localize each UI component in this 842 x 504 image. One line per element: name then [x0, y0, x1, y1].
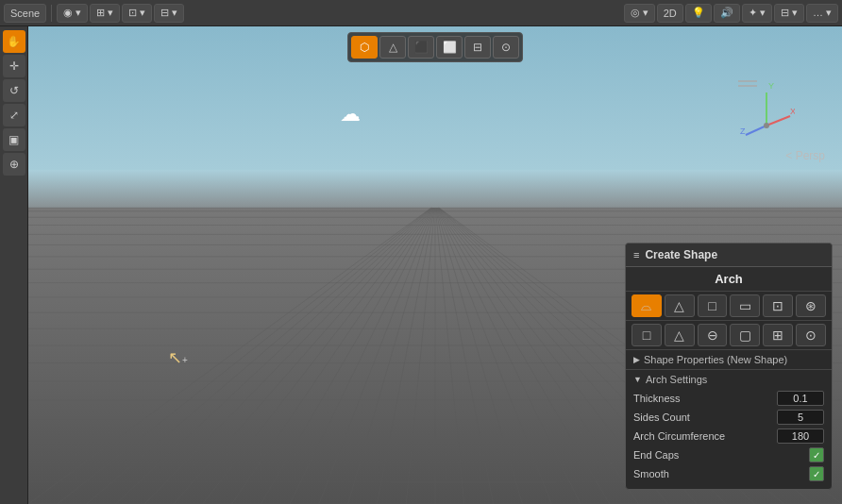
- sides-count-label: Sides Count: [633, 412, 690, 423]
- end-caps-row: End Caps ✓: [633, 445, 824, 464]
- arch-settings-arrow: ▼: [633, 375, 642, 384]
- layers-btn[interactable]: ⊟ ▾: [774, 4, 804, 23]
- custom-tool-btn[interactable]: ⊕: [3, 153, 25, 176]
- shape-properties-arrow: ▶: [633, 355, 640, 364]
- arch-title: Arch: [626, 267, 832, 292]
- view-toggle-btn[interactable]: ◉ ▾: [57, 4, 88, 23]
- shape-properties-label: Shape Properties (New Shape): [644, 354, 787, 365]
- arch-circumference-row: Arch Circumference: [633, 427, 824, 445]
- scene-viewport: ⬡ △ ⬛ ⬜ ⊟ ⊙ ☁ ↖+ Y X Z < Persp: [28, 26, 842, 504]
- rect-shape-btn[interactable]: □: [698, 294, 728, 317]
- sphere-btn[interactable]: ⊙: [493, 36, 519, 59]
- shape-icons-row2: □ △ ⊖ ▢ ⊞ ⊙: [626, 321, 832, 350]
- shape-properties-header[interactable]: ▶ Shape Properties (New Shape): [633, 354, 824, 365]
- triangle-shape-btn[interactable]: △: [665, 294, 695, 317]
- right-toolbar-section: ◎ ▾ 2D 💡 🔊 ✦ ▾ ⊟ ▾ … ▾: [624, 4, 838, 23]
- shape-properties-section: ▶ Shape Properties (New Shape): [626, 350, 832, 370]
- orientation-gizmo: Y X Z: [738, 74, 795, 140]
- arch-settings-header[interactable]: ▼ Arch Settings: [633, 374, 824, 385]
- move-tool-btn[interactable]: ✛: [3, 55, 25, 77]
- left-panel: ✋ ✛ ↺ ⤢ ▣ ⊕: [0, 26, 28, 504]
- smooth-row: Smooth ✓: [633, 464, 824, 483]
- divider1: [51, 5, 52, 22]
- circ-shape-btn[interactable]: ⊖: [698, 324, 728, 346]
- panel-header[interactable]: ≡ Create Shape: [626, 244, 832, 267]
- end-caps-label: End Caps: [633, 449, 679, 461]
- fx-btn[interactable]: ✦ ▾: [742, 4, 772, 23]
- transform-toggle-btn[interactable]: ⊡ ▾: [122, 4, 152, 23]
- svg-text:Z: Z: [740, 126, 746, 136]
- sides-count-row: Sides Count: [633, 408, 824, 427]
- audio-btn[interactable]: 🔊: [714, 4, 740, 23]
- left-toolbar-section: Scene ◉ ▾ ⊞ ▾ ⊡ ▾ ⊟ ▾: [4, 4, 184, 23]
- create-shape-panel: ≡ Create Shape Arch ⌓ △ □ ▭ ⊡ ⊛ □ △ ⊖ ▢ …: [625, 243, 833, 490]
- rect-tool-btn[interactable]: ▣: [3, 128, 25, 151]
- scene-top-bar: ⬡ △ ⬛ ⬜ ⊟ ⊙: [347, 32, 523, 62]
- end-caps-checkbox[interactable]: ✓: [809, 447, 824, 462]
- persp-label: < Persp: [785, 149, 825, 162]
- tri2-shape-btn[interactable]: △: [665, 324, 695, 346]
- thickness-input[interactable]: [777, 391, 824, 406]
- smooth-label: Smooth: [633, 468, 669, 479]
- display-mode-btn[interactable]: ◎ ▾: [624, 4, 655, 23]
- scale-tool-btn[interactable]: ⤢: [3, 104, 25, 126]
- hand-tool-btn[interactable]: ✋: [3, 30, 25, 53]
- panel-title: Create Shape: [645, 248, 717, 261]
- cube-solid-btn[interactable]: ⬛: [408, 36, 434, 59]
- 2d-scene-toggle-btn[interactable]: △: [379, 36, 406, 59]
- svg-line-6: [746, 126, 766, 135]
- 2d-btn[interactable]: 2D: [657, 4, 683, 23]
- arch-settings-section: ▼ Arch Settings Thickness Sides Count Ar…: [626, 370, 832, 489]
- arch-shape-btn[interactable]: ⌓: [632, 294, 662, 317]
- shape-icons-row1: ⌓ △ □ ▭ ⊡ ⊛: [626, 292, 832, 321]
- sides-count-input[interactable]: [777, 410, 824, 425]
- cube-parts-btn[interactable]: ⊟: [464, 36, 491, 59]
- svg-text:Y: Y: [768, 81, 774, 91]
- more-btn[interactable]: … ▾: [806, 4, 838, 23]
- svg-text:X: X: [790, 107, 795, 116]
- arch-circumference-input[interactable]: [777, 428, 824, 444]
- scene-label-btn[interactable]: Scene: [4, 4, 46, 23]
- top-toolbar: Scene ◉ ▾ ⊞ ▾ ⊡ ▾ ⊟ ▾ ◎ ▾ 2D 💡 🔊 ✦ ▾ ⊟ ▾…: [0, 0, 842, 26]
- panel-header-icon: ≡: [633, 249, 639, 260]
- rect2-shape-btn[interactable]: ▭: [730, 294, 760, 317]
- thickness-label: Thickness: [633, 393, 681, 404]
- snap-toggle-btn[interactable]: ⊟ ▾: [154, 4, 184, 23]
- light-btn[interactable]: 💡: [685, 4, 712, 23]
- rotate-tool-btn[interactable]: ↺: [3, 79, 25, 102]
- cursor-arrow: ↖+: [168, 347, 188, 368]
- svg-point-8: [764, 123, 769, 128]
- cube-wire-btn[interactable]: ⬜: [436, 36, 463, 59]
- round-shape-btn[interactable]: ⊛: [796, 294, 826, 317]
- arr-shape-btn[interactable]: ⊞: [763, 324, 793, 346]
- grid-toggle-btn[interactable]: ⊞ ▾: [90, 4, 120, 23]
- oval-shape-btn[interactable]: ⊙: [796, 324, 826, 346]
- flat-shape-btn[interactable]: □: [632, 324, 662, 346]
- 3d-toggle-btn[interactable]: ⬡: [351, 36, 378, 59]
- arch-circumference-label: Arch Circumference: [633, 430, 725, 442]
- rect3-shape-btn[interactable]: ▢: [730, 324, 760, 346]
- svg-line-4: [766, 116, 790, 126]
- arch-settings-label: Arch Settings: [646, 374, 707, 385]
- thickness-row: Thickness: [633, 389, 824, 408]
- cut-shape-btn[interactable]: ⊡: [763, 294, 793, 317]
- scene-object-cloud: ☁: [340, 102, 361, 126]
- smooth-checkbox[interactable]: ✓: [809, 466, 824, 481]
